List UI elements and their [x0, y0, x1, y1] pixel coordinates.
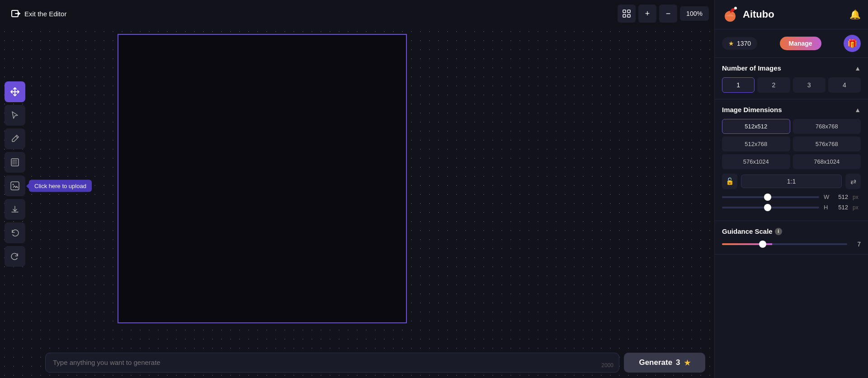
svg-rect-6 — [11, 182, 19, 190]
swap-dimensions-button[interactable]: ⇄ — [845, 174, 861, 189]
zoom-controls: + − 100% — [618, 5, 709, 23]
dimensions-header: Image Dimensions ▲ — [722, 106, 861, 113]
zoom-out-button[interactable]: − — [659, 5, 677, 23]
svg-rect-2 — [627, 10, 630, 13]
ratio-input[interactable] — [741, 175, 842, 188]
manage-button[interactable]: Manage — [780, 37, 821, 50]
height-value: 512 — [835, 204, 848, 211]
char-count: 2000 — [601, 362, 613, 369]
guidance-scale-section: Guidance Scale i 7 — [715, 221, 868, 255]
brand-name: Aitubo — [743, 9, 774, 20]
num-images-chevron: ▲ — [854, 65, 861, 72]
num-btn-2[interactable]: 2 — [757, 77, 790, 93]
generate-star-icon: ★ — [684, 359, 690, 367]
ratio-row: 🔓 ⇄ — [722, 174, 861, 189]
credits-badge: ★ 1370 — [722, 37, 757, 50]
bottom-bar: 2000 Generate 3 ★ — [45, 353, 705, 373]
right-panel: Aitubo 🔔 ★ 1370 Manage 🎁 Number of Image… — [714, 0, 868, 378]
prompt-input[interactable] — [53, 359, 612, 366]
top-bar: Exit the Editor + − 100% — [0, 0, 714, 27]
svg-rect-4 — [627, 14, 630, 17]
credits-star-icon: ★ — [728, 40, 734, 47]
canvas-wrapper: Click here to upload — [0, 27, 714, 378]
editor-area: Exit the Editor + − 100% — [0, 0, 714, 378]
width-value: 512 — [835, 194, 848, 200]
tool-select[interactable] — [5, 105, 25, 126]
exit-icon — [11, 9, 21, 19]
guidance-value: 7 — [852, 241, 861, 248]
width-slider[interactable] — [722, 196, 819, 198]
focus-button[interactable] — [618, 5, 636, 23]
dim-btn-768x1024[interactable]: 768x1024 — [793, 154, 861, 169]
canvas-frame — [118, 34, 407, 323]
num-images-grid: 1 2 3 4 — [722, 77, 861, 93]
exit-label: Exit the Editor — [24, 10, 66, 18]
height-slider[interactable] — [722, 207, 819, 208]
tool-undo[interactable] — [5, 222, 25, 243]
zoom-in-button[interactable]: + — [638, 5, 656, 23]
image-dimensions-section: Image Dimensions ▲ 512x512 768x768 512x7… — [715, 99, 868, 221]
dim-btn-576x768[interactable]: 576x768 — [793, 137, 861, 151]
tool-download[interactable] — [5, 199, 25, 220]
gift-button[interactable]: 🎁 — [844, 35, 861, 52]
width-label: W — [824, 194, 830, 200]
left-toolbar: Click here to upload — [5, 81, 25, 267]
num-btn-3[interactable]: 3 — [793, 77, 826, 93]
tool-upload[interactable]: Click here to upload — [5, 175, 25, 196]
dim-btn-768x768[interactable]: 768x768 — [793, 119, 861, 134]
num-btn-1[interactable]: 1 — [722, 77, 755, 93]
prompt-container: 2000 — [45, 353, 619, 373]
generate-cost: 3 — [676, 358, 680, 367]
guidance-header: Guidance Scale i — [722, 227, 861, 235]
width-slider-row: W 512 px — [722, 194, 861, 200]
num-images-header: Number of Images ▲ — [722, 64, 861, 72]
brand-logo: Aitubo — [722, 6, 774, 23]
svg-point-7 — [13, 184, 14, 185]
height-slider-row: H 512 px — [722, 204, 861, 211]
guidance-slider-row: 7 — [722, 241, 861, 248]
generate-label: Generate — [639, 358, 672, 367]
tool-fill[interactable] — [5, 152, 25, 173]
lock-ratio-button[interactable]: 🔓 — [722, 174, 737, 189]
num-btn-4[interactable]: 4 — [828, 77, 861, 93]
dim-btn-576x1024[interactable]: 576x1024 — [722, 154, 790, 169]
zoom-percent: 100% — [680, 6, 709, 21]
tool-pen[interactable] — [5, 128, 25, 149]
svg-rect-3 — [623, 14, 626, 17]
height-unit: px — [853, 204, 861, 211]
generate-button[interactable]: Generate 3 ★ — [624, 353, 705, 373]
exit-editor-button[interactable]: Exit the Editor — [5, 5, 72, 22]
panel-header: Aitubo 🔔 — [715, 0, 868, 29]
dim-btn-512x768[interactable]: 512x768 — [722, 137, 790, 151]
width-unit: px — [853, 194, 861, 200]
guidance-title: Guidance Scale i — [722, 227, 782, 235]
dimensions-grid: 512x512 768x768 512x768 576x768 576x1024… — [722, 119, 861, 169]
num-images-title: Number of Images — [722, 64, 781, 72]
svg-rect-1 — [623, 10, 626, 13]
svg-point-9 — [734, 7, 737, 9]
height-label: H — [824, 204, 830, 211]
tool-redo[interactable] — [5, 246, 25, 267]
brand-logo-icon — [722, 6, 738, 23]
credits-row: ★ 1370 Manage 🎁 — [715, 29, 868, 58]
guidance-info-icon[interactable]: i — [775, 228, 782, 235]
number-of-images-section: Number of Images ▲ 1 2 3 4 — [715, 58, 868, 99]
notification-button[interactable]: 🔔 — [849, 9, 861, 20]
dimensions-chevron: ▲ — [854, 106, 861, 113]
credits-value: 1370 — [737, 40, 751, 47]
guidance-slider[interactable] — [722, 243, 847, 245]
dim-btn-512x512[interactable]: 512x512 — [722, 119, 790, 134]
tool-move[interactable] — [5, 81, 25, 102]
dimensions-title: Image Dimensions — [722, 106, 782, 113]
